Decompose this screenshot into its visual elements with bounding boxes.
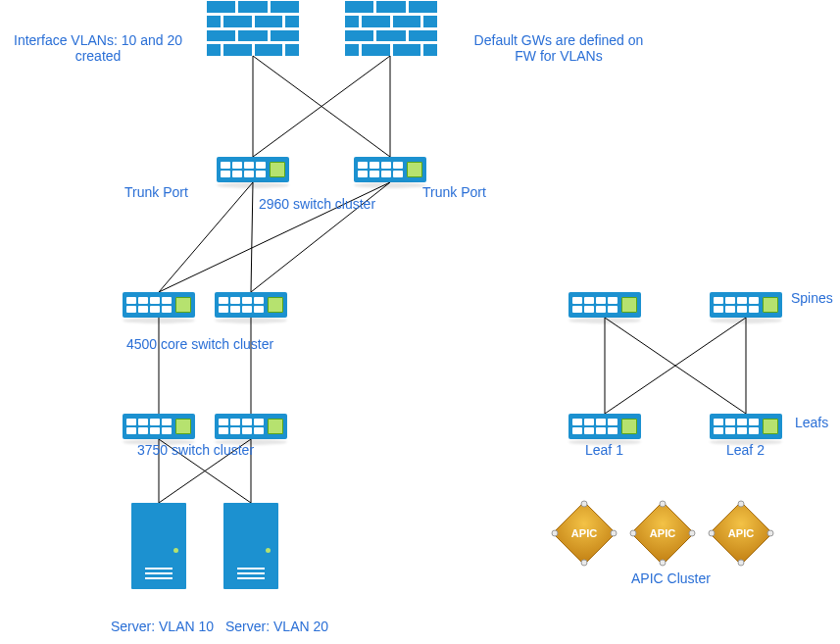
label-server-vlan20: Server: VLAN 20 [225,619,328,634]
sw-4500-left [123,292,195,318]
firewall-left [207,1,299,56]
sw-3750-right [215,414,287,439]
svg-point-14 [709,530,715,536]
leaf-1 [568,414,641,439]
svg-point-13 [738,560,744,566]
label-trunk-port-right: Trunk Port [422,184,486,200]
svg-point-9 [630,530,636,536]
label-vlan-interfaces: Interface VLANs: 10 and 20 created [7,32,189,64]
label-3750-cluster: 3750 switch cluster [137,442,254,458]
server-vlan20 [223,503,278,589]
svg-point-4 [552,530,558,536]
link-spine2-leaf1 [605,318,746,414]
spine-2 [710,292,782,318]
svg-point-3 [581,560,587,566]
spine-1 [568,292,641,318]
label-leafs: Leafs [795,415,828,430]
apic-1: APIC [551,500,618,567]
link-2960-l-4500-r [251,182,253,292]
label-spines: Spines [791,290,833,306]
label-leaf1: Leaf 1 [585,442,623,458]
svg-point-8 [660,560,666,566]
label-2960-cluster: 2960 switch cluster [259,196,375,212]
apic-badge-text: APIC [728,527,754,539]
apic-badge-text: APIC [650,527,675,539]
apic-badge-text: APIC [571,527,597,539]
svg-point-11 [738,501,744,507]
server-vlan10 [131,503,186,589]
label-leaf2: Leaf 2 [726,442,765,458]
sw-2960-left [217,157,289,182]
svg-point-12 [767,530,773,536]
link-fw-l-2960-r [253,56,390,157]
label-server-vlan10: Server: VLAN 10 [111,619,214,634]
link-fw-r-2960-l [253,56,390,157]
sw-2960-right [354,157,426,182]
svg-point-1 [581,501,587,507]
link-spine1-leaf2 [605,318,746,414]
sw-3750-left [123,414,195,439]
label-default-gw: Default GWs are defined on FW for VLANs [468,32,650,64]
svg-point-2 [611,530,617,536]
svg-point-7 [689,530,695,536]
leaf-2 [710,414,782,439]
sw-4500-right [215,292,287,318]
label-trunk-port-left: Trunk Port [124,184,188,200]
svg-point-6 [660,501,666,507]
label-apic-cluster: APIC Cluster [631,570,711,586]
apic-2: APIC [629,500,696,567]
firewall-right [345,1,437,56]
apic-3: APIC [708,500,774,567]
label-4500-cluster: 4500 core switch cluster [126,336,273,352]
